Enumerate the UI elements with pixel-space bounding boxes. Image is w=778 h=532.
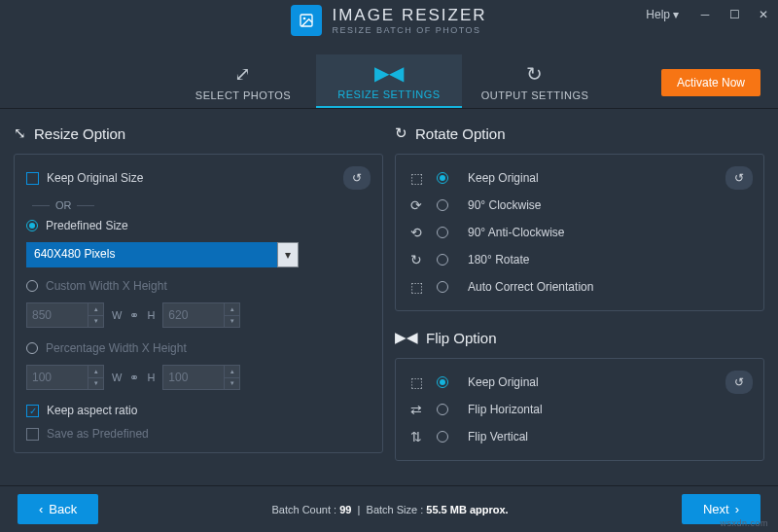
flip-title-icon: ▶◀ — [395, 329, 418, 346]
custom-label: Custom Width X Height — [46, 279, 167, 293]
app-logo-icon — [291, 5, 322, 36]
predefined-label: Predefined Size — [46, 219, 128, 232]
flip-box: ⬚Keep Original↺ ⇄Flip Horizontal ⇅Flip V… — [395, 358, 764, 461]
cw-icon: ⟳ — [407, 197, 425, 213]
right-panel: ↻ Rotate Option ⬚Keep Original↺ ⟳90° Clo… — [395, 119, 764, 461]
main-content: ⤡ Resize Option Keep Original Size ↺ OR … — [0, 109, 778, 471]
chevron-right-icon: › — [735, 502, 739, 516]
svg-point-1 — [303, 18, 306, 20]
rotate-acw-radio[interactable] — [437, 227, 448, 238]
aspect-checkbox[interactable] — [26, 405, 39, 417]
percent-radio[interactable] — [26, 342, 38, 354]
link-icon: ⚭ — [129, 308, 139, 322]
title-bar: IMAGE RESIZER RESIZE BATCH OF PHOTOS Hel… — [0, 0, 778, 41]
reset-flip-button[interactable]: ↺ — [725, 371, 753, 394]
tabs: ⤢ SELECT PHOTOS ▶◀ RESIZE SETTINGS ↻ OUT… — [0, 41, 778, 109]
footer: ‹Back Batch Count : 99 | Batch Size : 55… — [0, 485, 778, 532]
rotate-auto-radio[interactable] — [437, 281, 448, 293]
tab-select-photos[interactable]: ⤢ SELECT PHOTOS — [170, 54, 316, 108]
flip-h-radio[interactable] — [437, 404, 448, 415]
minimize-button[interactable]: ─ — [690, 0, 720, 29]
expand-icon: ⤢ — [234, 62, 252, 86]
rotate-title: ↻ Rotate Option — [395, 119, 764, 154]
app-title: IMAGE RESIZER — [332, 6, 486, 25]
flip-v-icon: ⇅ — [407, 429, 425, 444]
watermark: wsxdn.com — [720, 518, 768, 528]
rotate-cw-radio[interactable] — [437, 199, 448, 211]
keep-icon: ⬚ — [407, 170, 425, 186]
keep-original-checkbox[interactable] — [26, 172, 39, 185]
flip-keep-icon: ⬚ — [407, 374, 425, 390]
save-predefined-label: Save as Predefined — [47, 427, 149, 441]
custom-width-input[interactable]: 850▴▾ — [26, 302, 104, 328]
keep-original-label: Keep Original Size — [47, 171, 143, 185]
flip-v-radio[interactable] — [437, 431, 448, 443]
auto-icon: ⬚ — [407, 279, 425, 295]
back-button[interactable]: ‹Back — [18, 494, 98, 524]
predefined-value: 640X480 Pixels — [26, 242, 277, 267]
reset-resize-button[interactable]: ↺ — [343, 166, 371, 190]
flip-keep-radio[interactable] — [437, 376, 448, 388]
acw-icon: ⟲ — [407, 225, 425, 240]
rotate-box: ⬚Keep Original↺ ⟳90° Clockwise ⟲90° Anti… — [395, 154, 764, 311]
refresh-icon: ↻ — [526, 62, 544, 86]
activate-button[interactable]: Activate Now — [661, 69, 760, 96]
percent-label: Percentage Width X Height — [46, 341, 187, 355]
chevron-left-icon: ‹ — [39, 502, 43, 516]
percent-height-input[interactable]: 100▴▾ — [162, 365, 240, 390]
logo-area: IMAGE RESIZER RESIZE BATCH OF PHOTOS — [291, 5, 486, 36]
rotate-title-icon: ↻ — [395, 124, 407, 142]
resize-title: ⤡ Resize Option — [14, 119, 383, 154]
close-button[interactable]: ✕ — [749, 0, 778, 29]
status-text: Batch Count : 99 | Batch Size : 55.5 MB … — [98, 504, 682, 515]
resize-panel: ⤡ Resize Option Keep Original Size ↺ OR … — [14, 119, 383, 461]
flip-title: ▶◀ Flip Option — [395, 323, 764, 358]
flip-h-icon: ⇄ — [407, 402, 425, 417]
or-divider: OR — [55, 199, 371, 211]
custom-height-input[interactable]: 620▴▾ — [162, 302, 240, 328]
resize-title-icon: ⤡ — [14, 124, 26, 142]
rotate180-icon: ↻ — [407, 252, 425, 267]
predefined-dropdown[interactable]: 640X480 Pixels ▾ — [26, 242, 299, 267]
percent-width-input[interactable]: 100▴▾ — [26, 365, 104, 390]
tab-resize-settings[interactable]: ▶◀ RESIZE SETTINGS — [316, 54, 462, 108]
resize-icon: ▶◀ — [374, 61, 405, 85]
rotate-180-radio[interactable] — [437, 254, 448, 266]
help-menu[interactable]: Help▾ — [646, 8, 679, 21]
predefined-radio[interactable] — [26, 220, 38, 231]
dropdown-arrow-icon[interactable]: ▾ — [277, 242, 299, 267]
link-icon: ⚭ — [129, 371, 139, 384]
tab-output-settings[interactable]: ↻ OUTPUT SETTINGS — [462, 54, 608, 108]
custom-radio[interactable] — [26, 280, 38, 292]
app-subtitle: RESIZE BATCH OF PHOTOS — [332, 25, 486, 35]
rotate-keep-radio[interactable] — [437, 172, 448, 184]
reset-rotate-button[interactable]: ↺ — [725, 166, 753, 190]
save-predefined-checkbox[interactable] — [26, 428, 39, 441]
maximize-button[interactable]: ☐ — [720, 0, 749, 29]
chevron-down-icon: ▾ — [673, 8, 679, 21]
window-controls: Help▾ ─ ☐ ✕ — [646, 0, 778, 29]
aspect-label: Keep aspect ratio — [47, 404, 137, 417]
